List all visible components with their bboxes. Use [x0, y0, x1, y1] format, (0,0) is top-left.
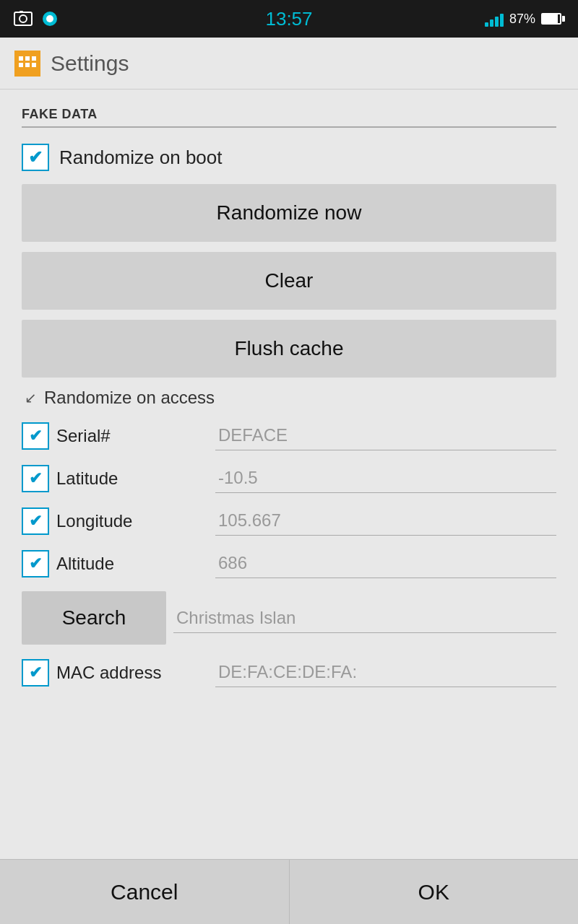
status-right-icons: 87%	[485, 11, 565, 27]
photo-icon	[13, 9, 33, 29]
longitude-field-row: Longitude 105.667	[22, 506, 556, 536]
app-bar: Settings	[0, 38, 578, 90]
svg-rect-9	[25, 63, 30, 67]
status-bar: 13:57 87%	[0, 0, 578, 38]
mac-checkbox[interactable]	[22, 659, 49, 687]
altitude-value[interactable]: 686	[215, 549, 556, 578]
randomize-on-access-row: ↙ Randomize on access	[22, 388, 556, 408]
latitude-field-row: Latitude -10.5	[22, 463, 556, 493]
bottom-bar: Cancel OK	[0, 859, 578, 924]
battery-percent: 87%	[509, 12, 535, 27]
randomize-on-boot-checkbox[interactable]	[22, 144, 49, 171]
longitude-checkbox[interactable]	[22, 507, 49, 535]
clear-button[interactable]: Clear	[22, 252, 556, 310]
serial-checkbox[interactable]	[22, 422, 49, 450]
svg-rect-0	[14, 12, 32, 25]
randomize-on-boot-row[interactable]: Randomize on boot	[22, 144, 556, 171]
svg-point-4	[46, 15, 53, 22]
latitude-label: Latitude	[56, 468, 208, 489]
battery-icon	[541, 13, 565, 25]
status-left-icons	[13, 9, 59, 29]
signal-icon	[485, 11, 504, 27]
location-value[interactable]: Christmas Islan	[173, 603, 556, 633]
arrow-down-icon: ↙	[25, 389, 37, 406]
page-title: Settings	[51, 51, 129, 76]
longitude-value[interactable]: 105.667	[215, 506, 556, 536]
randomize-on-access-label: Randomize on access	[44, 388, 215, 408]
fake-data-section-label: FAKE DATA	[22, 107, 556, 122]
altitude-field-row: Altitude 686	[22, 549, 556, 578]
search-button[interactable]: Search	[22, 591, 166, 645]
svg-rect-8	[19, 63, 23, 67]
serial-field-row: Serial# DEFACE	[22, 421, 556, 450]
svg-rect-7	[32, 56, 36, 61]
mac-label: MAC address	[56, 663, 208, 683]
settings-content: FAKE DATA Randomize on boot Randomize no…	[0, 90, 578, 687]
status-time: 13:57	[265, 8, 312, 30]
randomize-on-boot-label: Randomize on boot	[59, 147, 222, 169]
mac-value[interactable]: DE:FA:CE:DE:FA:	[215, 658, 556, 687]
record-icon	[40, 9, 59, 28]
ok-button[interactable]: OK	[290, 859, 579, 924]
flush-cache-button[interactable]: Flush cache	[22, 320, 556, 378]
cancel-button[interactable]: Cancel	[0, 859, 290, 924]
latitude-checkbox[interactable]	[22, 465, 49, 492]
serial-label: Serial#	[56, 426, 208, 446]
search-row: Search Christmas Islan	[22, 591, 556, 645]
section-divider	[22, 126, 556, 128]
randomize-now-button[interactable]: Randomize now	[22, 184, 556, 242]
serial-value[interactable]: DEFACE	[215, 421, 556, 450]
settings-app-icon	[14, 51, 40, 77]
altitude-label: Altitude	[56, 554, 208, 574]
svg-rect-10	[32, 63, 36, 67]
longitude-label: Longitude	[56, 511, 208, 531]
svg-rect-6	[25, 56, 30, 61]
svg-rect-2	[20, 11, 23, 13]
latitude-value[interactable]: -10.5	[215, 463, 556, 493]
svg-rect-5	[19, 56, 23, 61]
mac-address-field-row: MAC address DE:FA:CE:DE:FA:	[22, 658, 556, 687]
svg-point-1	[20, 15, 27, 22]
altitude-checkbox[interactable]	[22, 550, 49, 578]
